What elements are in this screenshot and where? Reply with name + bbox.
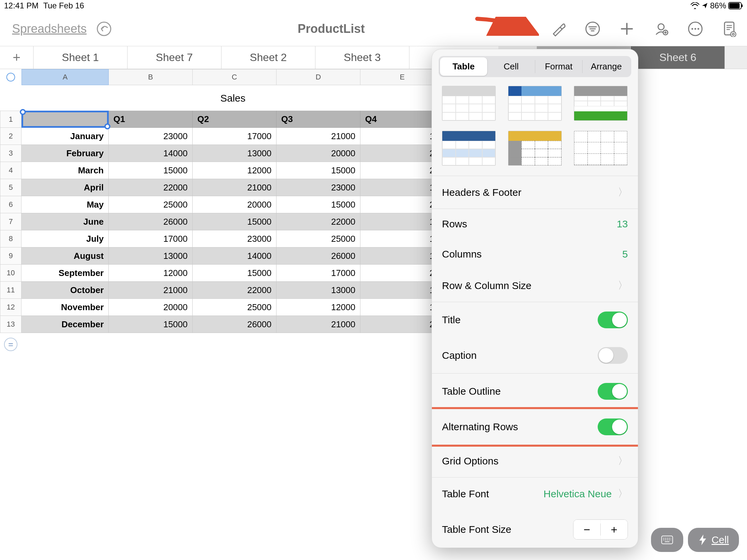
grid-options-row[interactable]: Grid Options 〉 bbox=[432, 445, 638, 477]
cell[interactable]: 13000 bbox=[277, 282, 360, 299]
cell[interactable]: February bbox=[22, 145, 109, 162]
cell[interactable]: 13000 bbox=[109, 247, 192, 265]
sheet-tab-7[interactable]: Sheet 6 bbox=[631, 46, 725, 69]
cell[interactable]: 15000 bbox=[192, 213, 277, 230]
cell[interactable]: 12000 bbox=[277, 299, 360, 316]
cell[interactable]: 17000 bbox=[109, 230, 192, 247]
cell[interactable]: 15000 bbox=[277, 196, 360, 213]
row-header[interactable]: 8 bbox=[0, 230, 22, 247]
column-header-c[interactable]: C bbox=[192, 69, 277, 85]
tab-table[interactable]: Table bbox=[440, 57, 487, 76]
cell[interactable]: 23000 bbox=[277, 179, 360, 196]
cell[interactable]: 25000 bbox=[109, 196, 192, 213]
sheet-tab-4[interactable]: Sheet 3 bbox=[315, 46, 409, 69]
row-header[interactable]: 11 bbox=[0, 282, 22, 299]
tab-arrange[interactable]: Arrange bbox=[583, 57, 630, 76]
row-header[interactable]: 10 bbox=[0, 265, 22, 282]
cell[interactable]: 21000 bbox=[277, 128, 360, 145]
font-size-increase-button[interactable]: + bbox=[601, 520, 627, 539]
table-title[interactable]: Sales bbox=[22, 85, 444, 111]
row-header[interactable]: 1 bbox=[0, 111, 22, 128]
selection-handle-tl-icon[interactable] bbox=[20, 109, 26, 115]
cell[interactable]: 23000 bbox=[109, 128, 192, 145]
cell[interactable]: 22000 bbox=[109, 179, 192, 196]
undo-button[interactable] bbox=[96, 21, 112, 37]
cell[interactable]: 12000 bbox=[192, 162, 277, 179]
cell[interactable]: March bbox=[22, 162, 109, 179]
cell[interactable]: 13000 bbox=[192, 145, 277, 162]
filter-icon[interactable] bbox=[585, 21, 601, 37]
row-header[interactable]: 5 bbox=[0, 179, 22, 196]
cell[interactable]: 20000 bbox=[192, 196, 277, 213]
table-style-thumb[interactable] bbox=[442, 131, 496, 166]
table-style-thumb[interactable] bbox=[574, 131, 627, 166]
add-icon[interactable] bbox=[619, 21, 635, 37]
title-toggle[interactable] bbox=[598, 312, 628, 328]
cell[interactable]: June bbox=[22, 213, 109, 230]
row-header[interactable]: 13 bbox=[0, 316, 22, 333]
cell[interactable]: 15000 bbox=[277, 162, 360, 179]
sheet-tab-3[interactable]: Sheet 2 bbox=[222, 46, 315, 69]
table-style-thumb[interactable] bbox=[442, 86, 496, 121]
selection-handle-br-icon[interactable] bbox=[104, 124, 110, 129]
cell-pill[interactable]: Cell bbox=[688, 528, 739, 552]
cell[interactable]: 15000 bbox=[192, 265, 277, 282]
cell[interactable]: 25000 bbox=[192, 299, 277, 316]
cell[interactable]: 14000 bbox=[192, 247, 277, 265]
row-header[interactable]: 9 bbox=[0, 247, 22, 265]
cell[interactable]: 17000 bbox=[277, 265, 360, 282]
cell[interactable]: October bbox=[22, 282, 109, 299]
cell[interactable]: May bbox=[22, 196, 109, 213]
rows-count-row[interactable]: Rows 13 bbox=[432, 209, 638, 239]
cell[interactable]: 21000 bbox=[109, 282, 192, 299]
keyboard-pill[interactable] bbox=[651, 528, 683, 552]
column-header-d[interactable]: D bbox=[277, 69, 360, 85]
row-header[interactable]: 4 bbox=[0, 162, 22, 179]
add-sheet-button[interactable]: + bbox=[0, 46, 33, 69]
cell[interactable]: 21000 bbox=[192, 179, 277, 196]
cell[interactable]: 26000 bbox=[277, 247, 360, 265]
table-outline-toggle[interactable] bbox=[598, 383, 628, 400]
row-header[interactable]: 2 bbox=[0, 128, 22, 145]
tab-cell[interactable]: Cell bbox=[488, 57, 535, 76]
cell[interactable]: 17000 bbox=[192, 128, 277, 145]
collaborate-icon[interactable] bbox=[653, 21, 669, 37]
cell[interactable]: Q3 bbox=[277, 111, 360, 128]
tab-format[interactable]: Format bbox=[535, 57, 583, 76]
columns-count-row[interactable]: Columns 5 bbox=[432, 239, 638, 269]
font-size-decrease-button[interactable]: − bbox=[573, 520, 600, 539]
cell[interactable]: 26000 bbox=[109, 213, 192, 230]
back-link[interactable]: Spreadsheets bbox=[12, 22, 86, 36]
table-font-row[interactable]: Table Font Helvetica Neue 〉 bbox=[432, 478, 638, 510]
cell[interactable]: 15000 bbox=[109, 162, 192, 179]
format-brush-icon[interactable] bbox=[550, 21, 566, 37]
row-header[interactable]: 7 bbox=[0, 213, 22, 230]
row-header[interactable]: 6 bbox=[0, 196, 22, 213]
caption-toggle[interactable] bbox=[598, 347, 628, 364]
column-header-b[interactable]: B bbox=[109, 69, 192, 85]
sheet-tab-2[interactable]: Sheet 7 bbox=[128, 46, 222, 69]
cell[interactable]: 22000 bbox=[192, 282, 277, 299]
cell[interactable]: 26000 bbox=[192, 316, 277, 333]
cell[interactable]: January bbox=[22, 128, 109, 145]
cell[interactable]: 21000 bbox=[277, 316, 360, 333]
cell[interactable]: 20000 bbox=[109, 299, 192, 316]
select-all-corner[interactable] bbox=[0, 69, 22, 85]
row-column-size-row[interactable]: Row & Column Size 〉 bbox=[432, 269, 638, 302]
row-header[interactable]: 3 bbox=[0, 145, 22, 162]
table-style-thumb[interactable] bbox=[508, 131, 562, 166]
cell[interactable]: Q2 bbox=[192, 111, 277, 128]
selected-cell[interactable] bbox=[22, 111, 109, 128]
column-header-a[interactable]: A bbox=[22, 69, 109, 85]
cell[interactable]: July bbox=[22, 230, 109, 247]
cell[interactable]: 14000 bbox=[109, 145, 192, 162]
cell[interactable]: 25000 bbox=[277, 230, 360, 247]
headers-footer-row[interactable]: Headers & Footer 〉 bbox=[432, 176, 638, 209]
cell[interactable]: 15000 bbox=[109, 316, 192, 333]
sheet-tab-1[interactable]: Sheet 1 bbox=[33, 46, 128, 69]
document-view-icon[interactable] bbox=[721, 21, 738, 37]
cell[interactable]: November bbox=[22, 299, 109, 316]
cell[interactable]: September bbox=[22, 265, 109, 282]
cell[interactable]: April bbox=[22, 179, 109, 196]
row-header[interactable]: 12 bbox=[0, 299, 22, 316]
